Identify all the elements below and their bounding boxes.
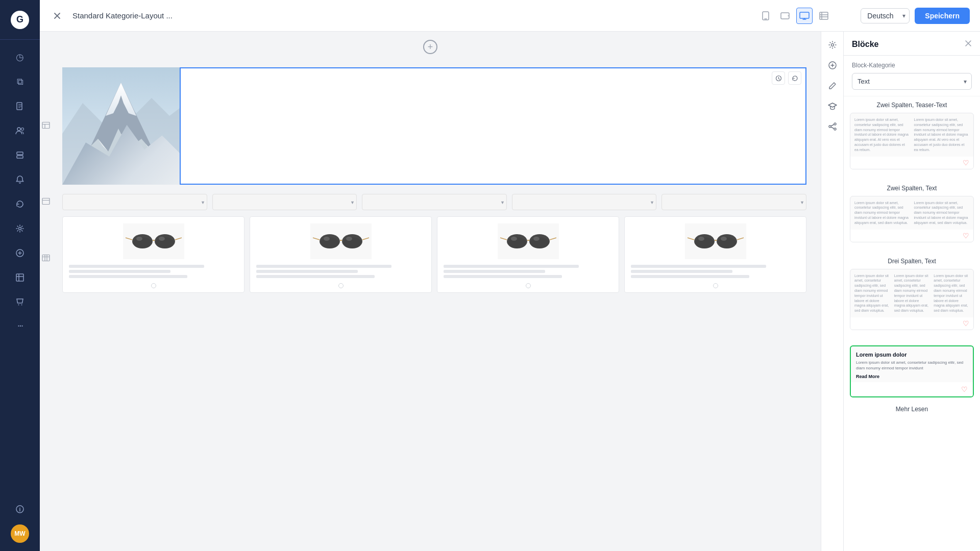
sidebar-item-bell[interactable]: [9, 168, 31, 191]
product-radio-2[interactable]: [338, 283, 344, 288]
product-lines-4: [629, 265, 802, 278]
block-section-teaser: Zwei Spalten, Teaser-Text Lorem ipsum do…: [844, 96, 980, 180]
block-section-drei: Drei Spalten, Text Lorem ipsum dolor sit…: [844, 253, 980, 340]
row-layout-icon[interactable]: [42, 121, 50, 131]
block-card-text[interactable]: Lorem ipsum dolor sit amet, consetetur s…: [850, 196, 974, 242]
tool-share[interactable]: [823, 117, 842, 136]
product-image-3: [498, 221, 559, 262]
text-block-toolbar: [772, 71, 801, 85]
text-block[interactable]: [180, 67, 806, 185]
tool-settings[interactable]: [823, 36, 842, 54]
panel-header: Blöcke: [844, 32, 980, 56]
sidebar-item-file[interactable]: [9, 95, 31, 117]
block-category-select-wrap[interactable]: Text Bild Video Produkte: [852, 73, 972, 90]
block-category-dropdown[interactable]: Text Bild Video Produkte: [852, 73, 972, 90]
panel-category-section: Block-Kategorie Text Bild Video Produkte: [844, 56, 980, 96]
product-card-4[interactable]: [624, 216, 806, 293]
topbar: Standard Kategorie-Layout ... Deutsch En…: [40, 0, 980, 32]
filter-5[interactable]: ▾: [662, 194, 806, 210]
language-selector[interactable]: Deutsch English Français: [861, 8, 910, 23]
favorite-icon-3[interactable]: ♡: [963, 319, 969, 328]
product-line: [631, 265, 766, 268]
add-block-icon[interactable]: +: [423, 40, 437, 54]
favorite-icon-4[interactable]: ♡: [961, 385, 968, 393]
text-settings-icon[interactable]: [772, 71, 785, 85]
sidebar-logo[interactable]: G: [0, 0, 40, 40]
list-view-button[interactable]: [816, 8, 832, 24]
filter-3[interactable]: ▾: [362, 194, 507, 210]
svg-point-35: [136, 237, 142, 241]
block-section-mehr: Lorem ipsum dolor Lorem ipsum dolor sit …: [844, 340, 980, 421]
language-dropdown[interactable]: Deutsch English Français: [861, 8, 910, 23]
product-radio-1[interactable]: [151, 283, 156, 288]
block-col-2: Lorem ipsum dolor sit amet, consetetur s…: [914, 117, 970, 153]
lorem-text-2: Lorem ipsum dolor sit amet, consetetur s…: [914, 117, 970, 153]
block-card-footer-3: ♡: [850, 317, 973, 330]
product-radio-3[interactable]: [526, 283, 531, 288]
svg-rect-7: [16, 274, 23, 281]
topbar-actions: Deutsch English Français Speichern: [861, 8, 970, 24]
favorite-icon-2[interactable]: ♡: [963, 232, 969, 240]
panel-title: Blöcke: [852, 40, 878, 49]
svg-point-46: [346, 237, 352, 241]
content-wrapper: +: [40, 32, 980, 551]
lorem-text-d2: Lorem ipsum dolor sit amet, consetetur s…: [894, 273, 930, 313]
filter-4[interactable]: ▾: [512, 194, 657, 210]
svg-point-53: [508, 237, 526, 248]
tool-add[interactable]: [823, 56, 842, 74]
save-button[interactable]: Speichern: [915, 8, 970, 24]
svg-rect-15: [42, 122, 50, 129]
block-card-content: Lorem ipsum dolor sit amet, consetetur s…: [850, 113, 973, 157]
add-block-top[interactable]: +: [40, 32, 821, 62]
block-mehr-footer: ♡: [851, 382, 973, 396]
sidebar-item-timer[interactable]: ◷: [9, 46, 31, 68]
product-card-3[interactable]: [437, 216, 619, 293]
block-mehr-link: Read More: [856, 374, 968, 379]
favorite-icon[interactable]: ♡: [963, 159, 969, 167]
product-lines-3: [442, 265, 615, 278]
block-card-footer-2: ♡: [850, 230, 973, 242]
row-layout-icon-2[interactable]: [42, 197, 50, 207]
sidebar-item-refresh[interactable]: [9, 193, 31, 215]
block-mehr-title: Lorem ipsum dolor: [856, 352, 968, 358]
main-area: Standard Kategorie-Layout ... Deutsch En…: [40, 0, 980, 551]
sidebar-more[interactable]: ···: [17, 319, 23, 331]
text-refresh-icon[interactable]: [788, 71, 801, 85]
block-mehr-label: Mehr Lesen: [850, 403, 974, 416]
sidebar-item-add-page[interactable]: [9, 242, 31, 264]
sidebar-item-table[interactable]: [9, 266, 31, 289]
sidebar-item-shop[interactable]: [9, 291, 31, 313]
svg-point-63: [695, 237, 714, 248]
filter-2[interactable]: ▾: [212, 194, 357, 210]
sidebar-item-copy[interactable]: ⧉: [9, 70, 31, 93]
close-button[interactable]: [50, 9, 64, 23]
lorem-text-d3: Lorem ipsum dolor sit amet, consetetur s…: [934, 273, 969, 313]
user-avatar[interactable]: MW: [11, 524, 29, 543]
product-line: [69, 270, 170, 273]
product-radio-4[interactable]: [713, 283, 718, 288]
block-card-mehr[interactable]: Lorem ipsum dolor Lorem ipsum dolor sit …: [850, 345, 974, 397]
svg-point-36: [159, 237, 165, 241]
product-card-2[interactable]: [250, 216, 432, 293]
svg-rect-4: [17, 156, 23, 158]
desktop-view-button[interactable]: [796, 8, 813, 24]
tablet-view-button[interactable]: [777, 8, 793, 24]
block-card-teaser[interactable]: Lorem ipsum dolor sit amet, consetetur s…: [850, 113, 974, 169]
product-card-1[interactable]: [62, 216, 244, 293]
block-card-drei[interactable]: Lorem ipsum dolor sit amet, consetetur s…: [850, 269, 974, 330]
sidebar-info-icon[interactable]: [9, 498, 31, 520]
mobile-view-button[interactable]: [757, 8, 774, 24]
sidebar-item-layers[interactable]: [9, 144, 31, 166]
svg-point-55: [511, 237, 517, 241]
row-layout-icon-3[interactable]: [42, 254, 50, 264]
lorem-text-1: Lorem ipsum dolor sit amet, consetetur s…: [854, 117, 910, 153]
filter-1[interactable]: ▾: [62, 194, 207, 210]
product-image-2: [310, 221, 372, 262]
tool-edit[interactable]: [823, 77, 842, 95]
tool-cap[interactable]: [823, 97, 842, 115]
sidebar-item-settings[interactable]: [9, 217, 31, 240]
svg-point-71: [834, 128, 836, 130]
sidebar-item-users[interactable]: [9, 119, 31, 142]
panel-close-button[interactable]: [965, 40, 972, 49]
sidebar-bottom: MW: [9, 498, 31, 551]
